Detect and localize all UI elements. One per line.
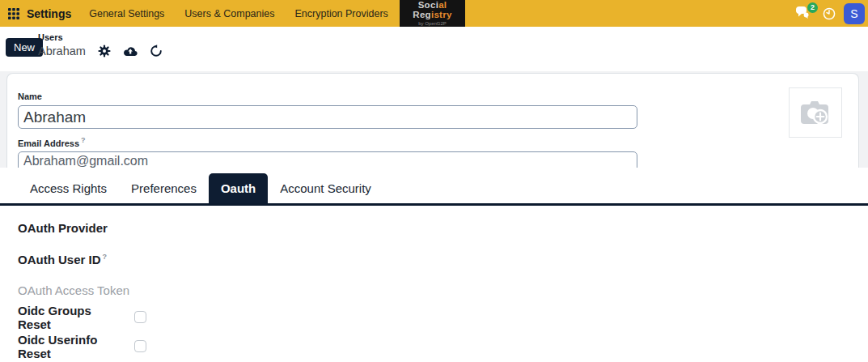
- tab-oauth[interactable]: Oauth: [209, 173, 268, 203]
- email-help-icon[interactable]: ?: [81, 136, 86, 144]
- oidc-userinfo-reset-checkbox[interactable]: [134, 340, 146, 352]
- oidc-groups-reset-checkbox[interactable]: [134, 311, 146, 323]
- name-input[interactable]: [18, 105, 637, 129]
- app-window: Settings General Settings Users & Compan…: [0, 0, 868, 362]
- app-name[interactable]: Settings: [27, 7, 71, 20]
- breadcrumb-current: Abraham: [38, 45, 86, 57]
- menu-users-companies[interactable]: Users & Companies: [184, 8, 274, 19]
- oauth-user-id-help-icon[interactable]: ?: [103, 253, 108, 261]
- discard-undo-icon[interactable]: [150, 45, 163, 57]
- user-avatar[interactable]: S: [844, 3, 865, 24]
- top-navbar: Settings General Settings Users & Compan…: [0, 0, 868, 27]
- logo-line-registry: Registry: [413, 11, 451, 20]
- oauth-user-id-label: OAuth User ID?: [18, 253, 107, 266]
- name-label: Name: [18, 92, 42, 101]
- tab-preferences[interactable]: Preferences: [119, 173, 209, 203]
- logo-byline: by OpenG2P: [418, 21, 447, 26]
- apps-grid-icon[interactable]: [8, 8, 19, 19]
- form-background: Name Email Address?: [0, 71, 868, 168]
- oauth-tab-content: OAuth Provider OAuth User ID? OAuth Acce…: [0, 206, 868, 362]
- control-panel: New Users Abraham: [0, 27, 868, 71]
- notebook-tabs: Access Rights Preferences Oauth Account …: [0, 168, 868, 206]
- tab-account-security[interactable]: Account Security: [268, 173, 383, 203]
- tab-access-rights[interactable]: Access Rights: [18, 173, 119, 203]
- menu-general-settings[interactable]: General Settings: [89, 8, 164, 19]
- action-menu-gear-icon[interactable]: [98, 45, 111, 57]
- oauth-provider-label: OAuth Provider: [18, 221, 108, 235]
- activities-clock-icon[interactable]: [822, 6, 836, 21]
- oauth-access-token-label: OAuth Access Token: [18, 283, 129, 297]
- profile-photo-upload[interactable]: [789, 87, 842, 138]
- messages-icon[interactable]: 2: [795, 6, 815, 22]
- oidc-userinfo-reset-label: Oidc Userinfo Reset: [18, 333, 126, 360]
- topbar-right-cluster: 2 S: [795, 0, 865, 27]
- oidc-groups-reset-label: Oidc Groups Reset: [18, 304, 126, 331]
- user-form-sheet: Name Email Address?: [6, 73, 859, 168]
- breadcrumb: Users Abraham: [38, 32, 163, 57]
- brand-logo: Social Registry by OpenG2P: [400, 0, 465, 27]
- menu-encryption-providers[interactable]: Encryption Providers: [295, 8, 388, 19]
- messages-count-badge: 2: [807, 2, 818, 13]
- save-cloud-icon[interactable]: [123, 45, 138, 57]
- camera-plus-icon: [799, 98, 832, 127]
- email-label: Email Address?: [18, 136, 858, 148]
- breadcrumb-parent[interactable]: Users: [38, 32, 163, 42]
